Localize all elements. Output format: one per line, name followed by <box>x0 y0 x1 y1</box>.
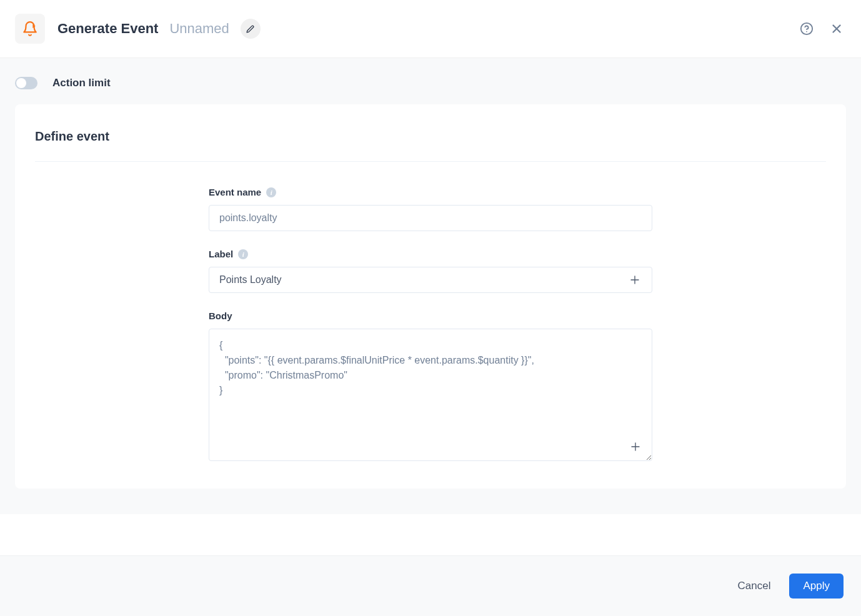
action-limit-row: Action limit <box>0 58 861 104</box>
label-label-row: Label i <box>209 249 652 259</box>
label-label: Label <box>209 249 233 259</box>
body-label: Body <box>209 310 232 321</box>
label-input[interactable] <box>219 274 628 286</box>
footer: Cancel Apply <box>0 555 861 616</box>
action-limit-label: Action limit <box>52 77 111 89</box>
body-textarea-wrap <box>209 329 652 464</box>
page-subtitle: Unnamed <box>169 21 229 37</box>
apply-button[interactable]: Apply <box>789 574 844 599</box>
toggle-knob <box>16 78 26 88</box>
define-event-title: Define event <box>35 129 826 162</box>
page-title: Generate Event <box>57 21 158 37</box>
event-name-group: Event name i <box>209 187 652 231</box>
label-input-wrap <box>209 267 652 293</box>
label-add-button[interactable] <box>628 273 642 287</box>
form-inner: Event name i Label i <box>209 187 652 464</box>
body-group: Body <box>209 310 652 464</box>
title-group: Generate Event Unnamed <box>57 19 800 39</box>
event-name-label: Event name <box>209 187 261 197</box>
info-icon[interactable]: i <box>266 187 276 197</box>
event-name-input[interactable] <box>209 205 652 231</box>
action-limit-toggle[interactable] <box>15 77 37 89</box>
define-event-card: Define event Event name i Label i <box>15 104 846 489</box>
label-group: Label i <box>209 249 652 293</box>
body-add-button[interactable] <box>630 441 641 455</box>
close-button[interactable] <box>830 22 844 36</box>
info-icon[interactable]: i <box>238 249 248 259</box>
page-header: Generate Event Unnamed <box>0 0 861 58</box>
help-icon <box>800 22 814 36</box>
help-button[interactable] <box>800 22 814 36</box>
body-label-row: Body <box>209 310 652 321</box>
event-name-label-row: Event name i <box>209 187 652 197</box>
plus-icon <box>629 274 640 286</box>
body-textarea[interactable] <box>209 329 652 461</box>
header-actions <box>800 22 844 36</box>
edit-name-button[interactable] <box>241 19 261 39</box>
plus-icon <box>630 441 641 452</box>
pencil-icon <box>246 25 254 33</box>
content-area: Action limit Define event Event name i L… <box>0 58 861 514</box>
cancel-button[interactable]: Cancel <box>733 574 776 599</box>
event-icon <box>15 14 45 44</box>
close-icon <box>830 22 844 36</box>
